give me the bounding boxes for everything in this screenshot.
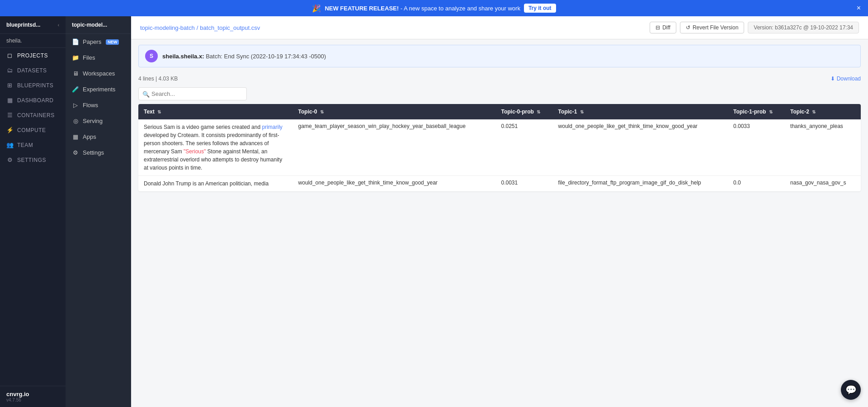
revert-button[interactable]: ↺ Revert File Version xyxy=(680,22,744,33)
commit-message: sheila.sheila.x: Batch: End Sync (2022-1… xyxy=(162,53,326,60)
settings-icon: ⚙ xyxy=(6,156,14,163)
experiments-icon: 🧪 xyxy=(72,86,79,93)
cell-topic1-0: would_one_people_like_get_think_time_kno… xyxy=(553,119,728,176)
col-topic2[interactable]: Topic-2 ⇅ xyxy=(785,104,861,119)
projects-icon: ◻ xyxy=(6,52,14,59)
sub-sidebar-item-settings[interactable]: ⚙ Settings xyxy=(66,145,131,161)
breadcrumb-link-1[interactable]: topic-modeling-batch xyxy=(140,24,195,31)
sub-sidebar-item-workspaces[interactable]: 🖥 Workspaces xyxy=(66,66,131,81)
sort-arrows-topic1: ⇅ xyxy=(580,109,584,114)
sub-sidebar-item-serving[interactable]: ◎ Serving xyxy=(66,113,131,129)
sub-sidebar-header: topic-model... xyxy=(66,16,131,34)
sort-arrows-topic1prob: ⇅ xyxy=(769,109,773,114)
sidebar-header: blueprintsd... ‹ xyxy=(0,16,66,34)
diff-icon: ⊟ xyxy=(656,24,660,31)
workspaces-icon: 🖥 xyxy=(72,70,79,77)
try-it-button[interactable]: Try it out xyxy=(524,4,556,13)
compute-icon: ⚡ xyxy=(6,127,14,133)
commit-row: S sheila.sheila.x: Batch: End Sync (2022… xyxy=(138,45,861,67)
col-topic0[interactable]: Topic-0 ⇅ xyxy=(293,104,496,119)
breadcrumb-link-2[interactable]: batch_topic_output.csv xyxy=(200,24,260,31)
sub-sidebar-project-name: topic-model... xyxy=(72,22,107,28)
cell-topic0-0: game_team_player_season_win_play_hockey_… xyxy=(293,119,496,176)
cell-topic2-1: nasa_gov_nasa_gov_s xyxy=(785,176,861,192)
cell-topic1-1: file_directory_format_ftp_program_image_… xyxy=(553,176,728,192)
search-bar: 🔍 xyxy=(131,85,868,104)
cell-text-1: Donald John Trump is an American politic… xyxy=(138,176,293,192)
sub-settings-icon: ⚙ xyxy=(72,149,79,156)
sub-sidebar-item-papers[interactable]: 📄 Papers NEW xyxy=(66,34,131,50)
col-topic0prob[interactable]: Topic-0-prob ⇅ xyxy=(495,104,552,119)
data-table: Text ⇅ Topic-0 ⇅ Topic-0-prob ⇅ Topic- xyxy=(138,104,861,191)
sub-sidebar: topic-model... 📄 Papers NEW 📁 Files 🖥 Wo… xyxy=(66,16,131,407)
apps-icon: ▦ xyxy=(72,133,79,140)
cell-topic2-0: thanks_anyone_pleas xyxy=(785,119,861,176)
sub-sidebar-item-files[interactable]: 📁 Files xyxy=(66,50,131,66)
banner-icon: 🎉 xyxy=(312,4,321,13)
top-banner: 🎉 NEW FEATURE RELEASE! - A new space to … xyxy=(0,0,868,16)
col-text[interactable]: Text ⇅ xyxy=(138,104,293,119)
col-topic1prob[interactable]: Topic-1-prob ⇅ xyxy=(728,104,785,119)
cell-topic0prob-1: 0.0031 xyxy=(495,176,552,192)
commit-avatar: S xyxy=(145,50,158,62)
sort-arrows-text: ⇅ xyxy=(157,109,161,114)
sidebar-item-dashboard[interactable]: ▦ DASHBOARD xyxy=(0,93,66,108)
col-topic1[interactable]: Topic-1 ⇅ xyxy=(553,104,728,119)
cell-topic1prob-0: 0.0033 xyxy=(728,119,785,176)
datasets-icon: 🗂 xyxy=(6,67,14,74)
team-icon: 👥 xyxy=(6,142,14,148)
sidebar-brand: blueprintsd... xyxy=(6,22,40,28)
table-row: Serious Sam is a video game series creat… xyxy=(138,119,861,176)
diff-button[interactable]: ⊟ Diff xyxy=(650,22,676,33)
sidebar-item-team[interactable]: 👥 TEAM xyxy=(0,137,66,152)
search-input-wrapper: 🔍 xyxy=(138,87,247,100)
download-link[interactable]: ⬇ Download xyxy=(830,76,861,82)
close-banner-button[interactable]: × xyxy=(857,4,861,12)
banner-text: NEW FEATURE RELEASE! - A new space to an… xyxy=(325,5,520,12)
sub-sidebar-item-apps[interactable]: ▦ Apps xyxy=(66,129,131,145)
sidebar-item-containers[interactable]: ☰ CONTAINERS xyxy=(0,108,66,123)
cell-topic0-1: would_one_people_like_get_think_time_kno… xyxy=(293,176,496,192)
sidebar-bottom: cnvrg.io v4.7.56 xyxy=(0,386,66,407)
sub-sidebar-item-flows[interactable]: ▷ Flows xyxy=(66,97,131,113)
serving-icon: ◎ xyxy=(72,118,79,124)
sidebar-item-settings[interactable]: ⚙ SETTINGS xyxy=(0,152,66,167)
breadcrumb: topic-modeling-batch / batch_topic_outpu… xyxy=(140,24,260,31)
sidebar-item-projects[interactable]: ◻ PROJECTS xyxy=(0,48,66,63)
file-info-bar: 4 lines | 4.03 KB ⬇ Download xyxy=(131,73,868,85)
search-icon: 🔍 xyxy=(142,90,150,97)
breadcrumb-bar: topic-modeling-batch / batch_topic_outpu… xyxy=(131,16,868,39)
sort-arrows-topic0prob: ⇅ xyxy=(537,109,540,114)
dashboard-icon: ▦ xyxy=(6,97,14,104)
table-wrapper: Text ⇅ Topic-0 ⇅ Topic-0-prob ⇅ Topic- xyxy=(131,104,868,407)
breadcrumb-separator: / xyxy=(197,24,198,31)
sort-arrows-topic2: ⇅ xyxy=(812,109,816,114)
cell-topic0prob-0: 0.0251 xyxy=(495,119,552,176)
papers-icon: 📄 xyxy=(72,38,79,45)
sub-sidebar-item-experiments[interactable]: 🧪 Experiments xyxy=(66,81,131,97)
file-info-text: 4 lines | 4.03 KB xyxy=(138,76,178,82)
sort-arrows-topic0: ⇅ xyxy=(320,109,324,114)
table-header-row: Text ⇅ Topic-0 ⇅ Topic-0-prob ⇅ Topic- xyxy=(138,104,861,119)
main-content: topic-modeling-batch / batch_topic_outpu… xyxy=(131,16,868,407)
sidebar-item-blueprints[interactable]: ⊞ BLUEPRINTS xyxy=(0,78,66,93)
sidebar-item-datasets[interactable]: 🗂 DATASETS xyxy=(0,63,66,78)
sidebar-user: sheila. xyxy=(0,34,66,48)
download-icon: ⬇ xyxy=(830,76,835,82)
breadcrumb-actions: ⊟ Diff ↺ Revert File Version Version: b3… xyxy=(650,22,859,33)
sidebar-collapse-icon[interactable]: ‹ xyxy=(58,23,59,28)
table-row: Donald John Trump is an American politic… xyxy=(138,176,861,192)
flows-icon: ▷ xyxy=(72,102,79,109)
sidebar: blueprintsd... ‹ sheila. ◻ PROJECTS 🗂 DA… xyxy=(0,16,66,407)
containers-icon: ☰ xyxy=(6,112,14,118)
sidebar-version: v4.7.56 xyxy=(6,398,59,402)
sidebar-nav: ◻ PROJECTS 🗂 DATASETS ⊞ BLUEPRINTS ▦ DAS… xyxy=(0,48,66,167)
search-input[interactable] xyxy=(138,87,247,100)
version-badge: Version: b361a327c @ 19-10-2022 17:34 xyxy=(748,22,859,33)
sidebar-item-compute[interactable]: ⚡ COMPUTE xyxy=(0,123,66,137)
cell-topic1prob-1: 0.0 xyxy=(728,176,785,192)
blueprints-icon: ⊞ xyxy=(6,82,14,89)
chat-widget[interactable]: 💬 xyxy=(841,380,861,400)
revert-icon: ↺ xyxy=(686,24,690,31)
cell-text-0: Serious Sam is a video game series creat… xyxy=(138,119,293,176)
